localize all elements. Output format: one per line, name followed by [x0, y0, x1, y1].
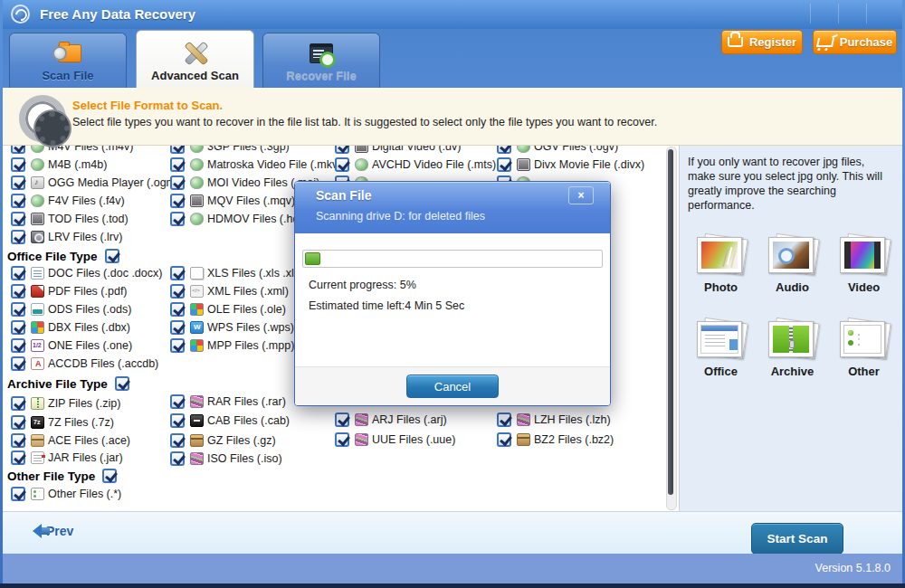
file-type-row[interactable]: DOC Files (.doc .docx): [11, 264, 162, 282]
checkbox-checked[interactable]: [11, 175, 25, 190]
dialog-close-icon[interactable]: ×: [568, 186, 594, 204]
checkbox-checked[interactable]: [11, 284, 25, 299]
file-type-row[interactable]: MQV Files (.mqv): [170, 192, 295, 210]
file-type-row[interactable]: AVCHD Video File (.mts): [335, 156, 496, 174]
tab-recover-file[interactable]: Recover File: [262, 33, 380, 88]
file-type-row[interactable]: BZ2 Files (.bz2): [497, 431, 614, 449]
file-type-row[interactable]: ACCDB Files (.accdb): [11, 355, 158, 373]
file-type-row[interactable]: 7Z Files (.7z): [11, 413, 114, 432]
file-type-row[interactable]: ODS Files (.ods): [11, 300, 131, 318]
file-type-row[interactable]: Office File Type: [11, 247, 122, 265]
checkbox-checked[interactable]: [170, 394, 185, 409]
checkbox-checked[interactable]: [497, 432, 511, 447]
checkbox-checked[interactable]: [170, 302, 185, 317]
checkbox-checked[interactable]: [11, 338, 25, 353]
file-type-row[interactable]: JAR Files (.jar): [11, 449, 123, 467]
checkbox-checked[interactable]: [335, 145, 349, 154]
file-type-row[interactable]: OLE Files (.ole): [170, 300, 286, 318]
checkbox-checked[interactable]: [11, 433, 25, 448]
checkbox-checked[interactable]: [11, 320, 25, 335]
checkbox-checked[interactable]: [11, 450, 25, 465]
checkbox-checked[interactable]: [11, 356, 25, 371]
file-type-row[interactable]: XLS Files (.xls .xlsx): [170, 264, 310, 282]
list-scrollbar[interactable]: [666, 147, 677, 510]
checkbox-checked[interactable]: [170, 145, 185, 154]
file-type-row[interactable]: LZH Files (.lzh): [497, 411, 611, 429]
checkbox-checked[interactable]: [497, 145, 511, 154]
cancel-button[interactable]: Cancel: [406, 375, 499, 398]
file-type-row[interactable]: TOD Files (.tod): [11, 210, 129, 228]
checkbox-checked[interactable]: [11, 230, 25, 244]
file-type-row[interactable]: PDF Files (.pdf): [11, 282, 128, 300]
file-type-row[interactable]: LRV Files (.lrv): [11, 228, 122, 246]
checkbox-checked[interactable]: [335, 157, 349, 172]
file-type-label: Archive File Type: [7, 377, 108, 391]
close-button[interactable]: [866, 4, 894, 24]
file-type-row[interactable]: 3GP Files (.3gp): [170, 145, 290, 156]
file-type-row[interactable]: OGG Media Player (.ogm): [11, 174, 179, 192]
file-type-row[interactable]: Other File Type: [11, 467, 119, 485]
file-type-row[interactable]: Archive File Type: [11, 375, 132, 393]
file-type-row[interactable]: ONE Files (.one): [11, 337, 132, 355]
prev-button[interactable]: Prev: [33, 524, 73, 538]
file-type-icon: [31, 303, 44, 316]
checkbox-checked[interactable]: [170, 338, 185, 353]
file-type-row[interactable]: ACE Files (.ace): [11, 432, 130, 450]
checkbox-checked[interactable]: [11, 396, 25, 411]
file-type-row[interactable]: Other Files (.*): [11, 485, 121, 503]
scrollbar-thumb[interactable]: [668, 149, 673, 495]
download-icon[interactable]: [783, 4, 810, 24]
file-type-row[interactable]: OGV Files (.ogv): [497, 145, 618, 156]
checkbox-checked[interactable]: [11, 302, 25, 317]
checkbox-checked[interactable]: [170, 284, 185, 299]
checkbox-checked[interactable]: [497, 413, 511, 427]
checkbox-checked[interactable]: [170, 157, 185, 172]
minimize-button[interactable]: [810, 4, 838, 24]
checkbox-checked[interactable]: [102, 469, 117, 483]
checkbox-checked[interactable]: [497, 157, 511, 172]
file-type-row[interactable]: GZ Files (.gz): [170, 432, 276, 450]
file-type-row[interactable]: M4B (.m4b): [11, 156, 107, 174]
file-type-row[interactable]: MPP Files (.mpp): [170, 337, 294, 355]
checkbox-checked[interactable]: [335, 413, 349, 427]
file-type-label: TOD Files (.tod): [48, 213, 129, 225]
tab-advanced-scan[interactable]: Advanced Scan: [136, 30, 254, 88]
checkbox-checked[interactable]: [11, 194, 25, 208]
checkbox-checked[interactable]: [335, 432, 349, 447]
checkbox-checked[interactable]: [170, 266, 185, 280]
checkbox-checked[interactable]: [11, 415, 25, 430]
checkbox-checked[interactable]: [170, 413, 185, 428]
maximize-button[interactable]: [838, 4, 866, 24]
file-type-row[interactable]: Divx Movie File (.divx): [497, 156, 644, 174]
file-type-row[interactable]: XML Files (.xml): [170, 282, 289, 300]
file-type-row[interactable]: ARJ Files (.arj): [335, 411, 447, 429]
file-type-row[interactable]: F4V Files (.f4v): [11, 192, 125, 210]
checkbox-checked[interactable]: [11, 266, 25, 280]
checkbox-checked[interactable]: [170, 320, 185, 335]
file-type-row[interactable]: RAR Files (.rar): [170, 393, 286, 411]
file-type-row[interactable]: ZIP Files (.zip): [11, 394, 120, 413]
checkbox-checked[interactable]: [11, 487, 25, 501]
file-type-row[interactable]: M4V Files (.m4v): [11, 145, 133, 156]
file-type-row[interactable]: Matroska Video File (.mkv): [170, 156, 341, 174]
file-type-row[interactable]: ISO Files (.iso): [170, 450, 282, 468]
checkbox-checked[interactable]: [170, 433, 185, 448]
file-type-row[interactable]: DBX Files (.dbx): [11, 318, 130, 337]
checkbox-checked[interactable]: [170, 175, 185, 190]
checkbox-checked[interactable]: [105, 249, 119, 263]
file-type-row[interactable]: Digital Video (.dv): [335, 145, 461, 156]
checkbox-checked[interactable]: [115, 376, 129, 391]
file-type-row[interactable]: UUE Files (.uue): [335, 431, 455, 449]
tab-scan-file[interactable]: Scan File: [9, 33, 127, 88]
checkbox-checked[interactable]: [170, 451, 185, 466]
checkbox-checked[interactable]: [170, 194, 185, 208]
purchase-button[interactable]: Purchase: [813, 30, 897, 54]
checkbox-checked[interactable]: [11, 212, 25, 226]
start-scan-button[interactable]: Start Scan: [751, 523, 843, 555]
file-type-row[interactable]: WPS Files (.wps): [170, 318, 294, 337]
file-type-row[interactable]: CAB Files (.cab): [170, 412, 290, 430]
register-button[interactable]: Register: [721, 30, 803, 54]
checkbox-checked[interactable]: [170, 212, 185, 226]
checkbox-checked[interactable]: [11, 145, 25, 154]
checkbox-checked[interactable]: [11, 157, 25, 172]
